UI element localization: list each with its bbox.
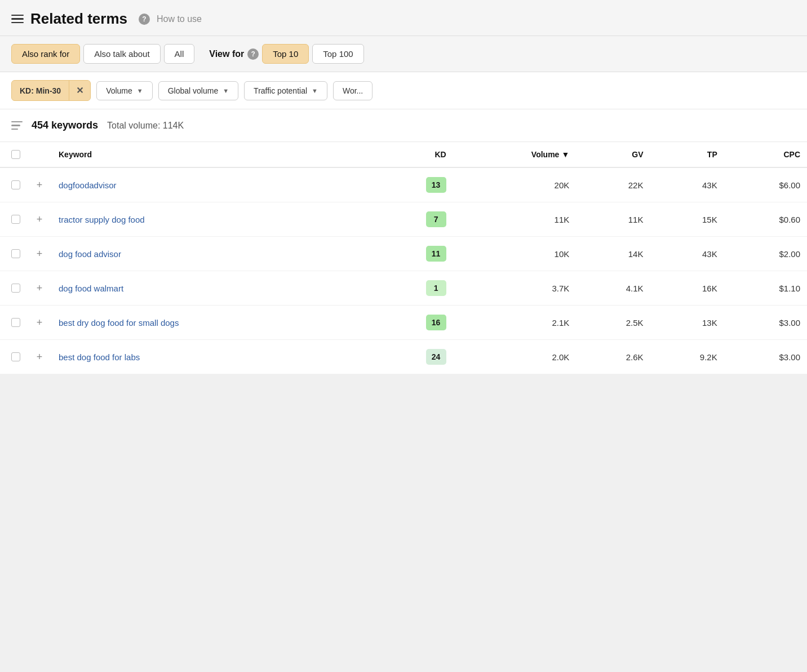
row-checkbox-cell[interactable]: [0, 237, 27, 271]
add-keyword-button[interactable]: +: [34, 351, 45, 362]
table-row: + dogfoodadvisor 13 20K 22K 43K $6.00: [0, 167, 807, 202]
help-icon[interactable]: ?: [139, 14, 150, 25]
row-cpc-cell: $3.00: [724, 340, 807, 374]
filters-row: KD: Min-30 ✕ Volume ▼ Global volume ▼ Tr…: [0, 72, 807, 109]
kd-filter-close-button[interactable]: ✕: [69, 81, 90, 100]
global-volume-filter-label: Global volume: [168, 86, 219, 95]
row-volume-cell: 11K: [453, 202, 577, 237]
row-checkbox-cell[interactable]: [0, 340, 27, 374]
row-tp-cell: 16K: [650, 271, 724, 306]
word-count-filter-dropdown[interactable]: Wor...: [333, 81, 373, 100]
row-checkbox-cell[interactable]: [0, 167, 27, 202]
row-cpc-cell: $2.00: [724, 237, 807, 271]
add-keyword-button[interactable]: +: [34, 179, 45, 191]
add-keyword-button[interactable]: +: [34, 282, 45, 294]
row-checkbox-cell[interactable]: [0, 306, 27, 340]
kd-badge: 13: [426, 177, 446, 193]
top-10-button[interactable]: Top 10: [262, 44, 309, 64]
row-add-cell[interactable]: +: [27, 340, 52, 374]
keyword-link[interactable]: dog food advisor: [59, 249, 121, 259]
cpc-col-header: CPC: [724, 142, 807, 167]
table-row: + tractor supply dog food 7 11K 11K 15K …: [0, 202, 807, 237]
tab-also-rank-for[interactable]: Also rank for: [11, 44, 80, 64]
row-cpc-cell: $1.10: [724, 271, 807, 306]
add-keyword-button[interactable]: +: [34, 214, 45, 225]
tp-col-header: TP: [650, 142, 724, 167]
row-tp-cell: 43K: [650, 237, 724, 271]
row-volume-cell: 3.7K: [453, 271, 577, 306]
row-keyword-cell: best dry dog food for small dogs: [52, 306, 372, 340]
sort-lines-icon: [11, 121, 23, 130]
row-checkbox[interactable]: [11, 249, 20, 258]
volume-chevron-icon: ▼: [137, 87, 143, 94]
row-volume-cell: 10K: [453, 237, 577, 271]
row-checkbox[interactable]: [11, 215, 20, 224]
row-add-cell[interactable]: +: [27, 271, 52, 306]
keyword-link[interactable]: dog food walmart: [59, 284, 123, 293]
keyword-link[interactable]: dogfoodadvisor: [59, 180, 117, 190]
row-checkbox-cell[interactable]: [0, 271, 27, 306]
row-gv-cell: 4.1K: [576, 271, 650, 306]
add-col-header: [27, 142, 52, 167]
table-row: + dog food walmart 1 3.7K 4.1K 16K $1.10: [0, 271, 807, 306]
add-keyword-button[interactable]: +: [34, 248, 45, 259]
keywords-table: Keyword KD Volume ▼ GV TP CPC + dogfoo: [0, 142, 807, 374]
row-add-cell[interactable]: +: [27, 202, 52, 237]
table-row: + best dry dog food for small dogs 16 2.…: [0, 306, 807, 340]
volume-filter-label: Volume: [106, 86, 132, 95]
top-100-button[interactable]: Top 100: [312, 44, 363, 64]
tab-also-talk-about[interactable]: Also talk about: [83, 44, 160, 64]
select-all-checkbox[interactable]: [11, 150, 20, 159]
keyword-link[interactable]: best dry dog food for small dogs: [59, 318, 179, 328]
volume-sort-icon[interactable]: ▼: [561, 150, 569, 159]
kd-badge: 1: [426, 280, 446, 296]
kd-filter-label: KD: Min-30: [12, 82, 69, 100]
view-for-help-icon[interactable]: ?: [247, 48, 259, 60]
keywords-count: 454 keywords: [32, 120, 98, 131]
row-tp-cell: 13K: [650, 306, 724, 340]
row-gv-cell: 22K: [576, 167, 650, 202]
keyword-link[interactable]: tractor supply dog food: [59, 215, 145, 224]
row-kd-cell: 13: [372, 167, 453, 202]
row-add-cell[interactable]: +: [27, 306, 52, 340]
row-kd-cell: 24: [372, 340, 453, 374]
page-title: Related terms: [30, 10, 127, 28]
row-checkbox[interactable]: [11, 180, 20, 189]
row-keyword-cell: best dog food for labs: [52, 340, 372, 374]
kd-badge: 11: [426, 246, 446, 262]
add-keyword-button[interactable]: +: [34, 317, 45, 328]
tab-all[interactable]: All: [164, 44, 195, 64]
row-tp-cell: 9.2K: [650, 340, 724, 374]
menu-icon[interactable]: [11, 15, 24, 24]
row-gv-cell: 2.6K: [576, 340, 650, 374]
keyword-col-header: Keyword: [52, 142, 372, 167]
keyword-link[interactable]: best dog food for labs: [59, 352, 140, 362]
row-add-cell[interactable]: +: [27, 237, 52, 271]
traffic-potential-filter-label: Traffic potential: [254, 86, 307, 95]
row-gv-cell: 2.5K: [576, 306, 650, 340]
global-volume-chevron-icon: ▼: [223, 87, 229, 94]
row-volume-cell: 2.0K: [453, 340, 577, 374]
row-tp-cell: 15K: [650, 202, 724, 237]
filter-tabs-bar: Also rank for Also talk about All View f…: [0, 36, 807, 72]
kd-badge: 16: [426, 315, 446, 330]
select-all-checkbox-header[interactable]: [0, 142, 27, 167]
volume-filter-dropdown[interactable]: Volume ▼: [96, 81, 153, 100]
header-bar: Related terms ? How to use: [0, 0, 807, 36]
row-checkbox[interactable]: [11, 352, 20, 361]
kd-filter-tag: KD: Min-30 ✕: [11, 80, 91, 101]
row-kd-cell: 1: [372, 271, 453, 306]
row-cpc-cell: $0.60: [724, 202, 807, 237]
total-volume: Total volume: 114K: [107, 121, 184, 131]
keywords-summary: 454 keywords Total volume: 114K: [0, 109, 807, 142]
row-kd-cell: 16: [372, 306, 453, 340]
how-to-use-link[interactable]: How to use: [157, 14, 202, 24]
global-volume-filter-dropdown[interactable]: Global volume ▼: [158, 81, 238, 100]
row-add-cell[interactable]: +: [27, 167, 52, 202]
traffic-potential-filter-dropdown[interactable]: Traffic potential ▼: [244, 81, 327, 100]
row-cpc-cell: $6.00: [724, 167, 807, 202]
row-checkbox-cell[interactable]: [0, 202, 27, 237]
row-volume-cell: 20K: [453, 167, 577, 202]
row-checkbox[interactable]: [11, 318, 20, 327]
row-checkbox[interactable]: [11, 284, 20, 293]
